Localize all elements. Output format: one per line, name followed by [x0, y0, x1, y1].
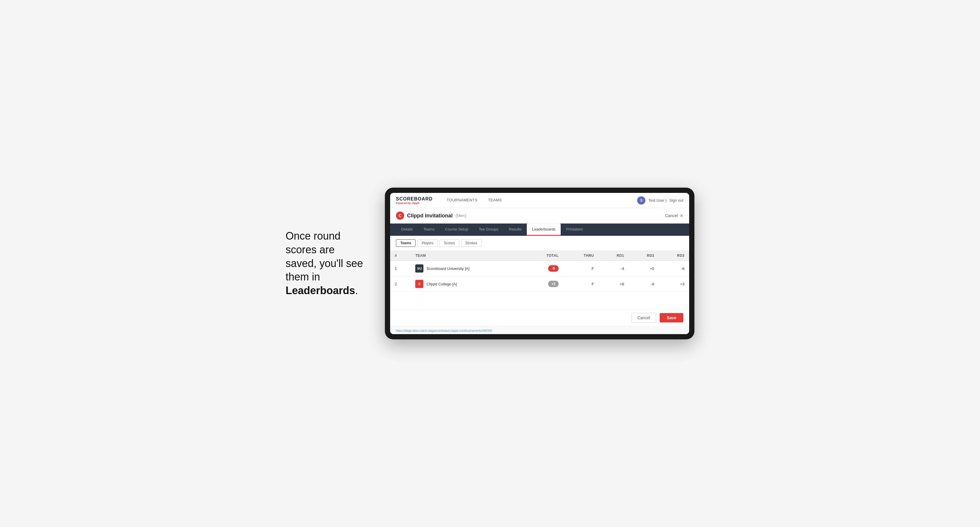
description-text: Once round scores are saved, you'll see …: [286, 230, 363, 297]
content-area: # TEAM TOTAL THRU RD1 RD2 RD3 1: [390, 251, 689, 309]
filter-strokes[interactable]: Strokes: [461, 239, 482, 247]
total-2: +3: [525, 276, 563, 292]
rd1-2: +8: [599, 276, 629, 292]
tab-results[interactable]: Results: [504, 224, 527, 236]
footer-bar: Cancel Save: [390, 309, 689, 326]
tournament-cancel-btn[interactable]: Cancel ✕: [665, 213, 683, 219]
top-navigation: SCOREBOARD Powered by clippd TOURNAMENTS…: [390, 193, 689, 208]
rd2-1: +5: [629, 261, 659, 276]
page-wrapper: Once round scores are saved, you'll see …: [286, 187, 694, 340]
rd3-2: +3: [659, 276, 689, 292]
col-rank: #: [390, 251, 410, 261]
filter-players[interactable]: Players: [417, 239, 438, 247]
user-name: Test User |: [648, 198, 667, 203]
powered-by: Powered by clippd: [396, 202, 433, 205]
tab-leaderboards[interactable]: Leaderboards: [527, 224, 561, 236]
team-1: SU Scoreboard University [A]: [410, 261, 525, 276]
tab-printables[interactable]: Printables: [561, 224, 588, 236]
status-url: https://stage-blue-coach.stagescoreboard…: [396, 329, 492, 332]
col-rd1: RD1: [599, 251, 629, 261]
thru-2: F: [563, 276, 599, 292]
score-badge-2: +3: [548, 281, 558, 287]
tab-course-setup[interactable]: Course Setup: [440, 224, 474, 236]
table-row: 1 SU Scoreboard University [A] -5 F: [390, 261, 689, 276]
team-name-2: Clippd College [A]: [426, 282, 457, 286]
tab-teams[interactable]: Teams: [418, 224, 440, 236]
rd2-2: -8: [629, 276, 659, 292]
score-badge-1: -5: [548, 265, 558, 271]
col-team: TEAM: [410, 251, 525, 261]
tournament-name: Clippd Invitational: [407, 213, 453, 219]
filter-teams[interactable]: Teams: [396, 239, 415, 247]
tablet-device: SCOREBOARD Powered by clippd TOURNAMENTS…: [385, 187, 694, 340]
tournament-title-area: C Clippd Invitational (Men): [396, 211, 466, 220]
rd3-1: -6: [659, 261, 689, 276]
tablet-screen: SCOREBOARD Powered by clippd TOURNAMENTS…: [390, 193, 689, 334]
total-1: -5: [525, 261, 563, 276]
tab-details[interactable]: Details: [396, 224, 418, 236]
col-rd2: RD2: [629, 251, 659, 261]
sign-out-link[interactable]: Sign out: [669, 198, 683, 203]
tournament-icon: C: [396, 211, 404, 220]
table-row: 2 C Clippd College [A] +3 F: [390, 276, 689, 292]
nav-right: S Test User | Sign out: [637, 196, 683, 205]
rank-2: 2: [390, 276, 410, 292]
team-name-1: Scoreboard University [A]: [426, 267, 469, 271]
rank-1: 1: [390, 261, 410, 276]
rd1-1: -4: [599, 261, 629, 276]
save-button[interactable]: Save: [660, 313, 683, 322]
tournament-header: C Clippd Invitational (Men) Cancel ✕: [390, 208, 689, 224]
status-bar: https://stage-blue-coach.stagescoreboard…: [390, 326, 689, 334]
left-description: Once round scores are saved, you'll see …: [286, 229, 368, 298]
thru-1: F: [563, 261, 599, 276]
col-thru: THRU: [563, 251, 599, 261]
cancel-button[interactable]: Cancel: [632, 313, 657, 323]
filter-scores[interactable]: Scores: [439, 239, 459, 247]
col-total: TOTAL: [525, 251, 563, 261]
filter-bar: Teams Players Scores Strokes: [390, 236, 689, 251]
sub-navigation: Details Teams Course Setup Tee Groups Re…: [390, 224, 689, 236]
user-avatar: S: [637, 196, 645, 205]
app-logo: SCOREBOARD: [396, 196, 433, 202]
nav-links: TOURNAMENTS TEAMS: [442, 193, 638, 208]
nav-teams[interactable]: TEAMS: [483, 193, 507, 208]
logo-area: SCOREBOARD Powered by clippd: [396, 196, 433, 205]
table-header-row: # TEAM TOTAL THRU RD1 RD2 RD3: [390, 251, 689, 261]
tab-tee-groups[interactable]: Tee Groups: [474, 224, 504, 236]
highlighted-word: Leaderboards: [286, 284, 355, 297]
col-rd3: RD3: [659, 251, 689, 261]
nav-tournaments[interactable]: TOURNAMENTS: [442, 193, 483, 208]
tournament-gender: (Men): [455, 213, 466, 218]
leaderboard-table: # TEAM TOTAL THRU RD1 RD2 RD3 1: [390, 251, 689, 292]
cancel-x-icon: ✕: [679, 213, 683, 219]
team-logo-2: C: [415, 280, 423, 288]
team-2: C Clippd College [A]: [410, 276, 525, 292]
team-logo-1: SU: [415, 264, 423, 273]
